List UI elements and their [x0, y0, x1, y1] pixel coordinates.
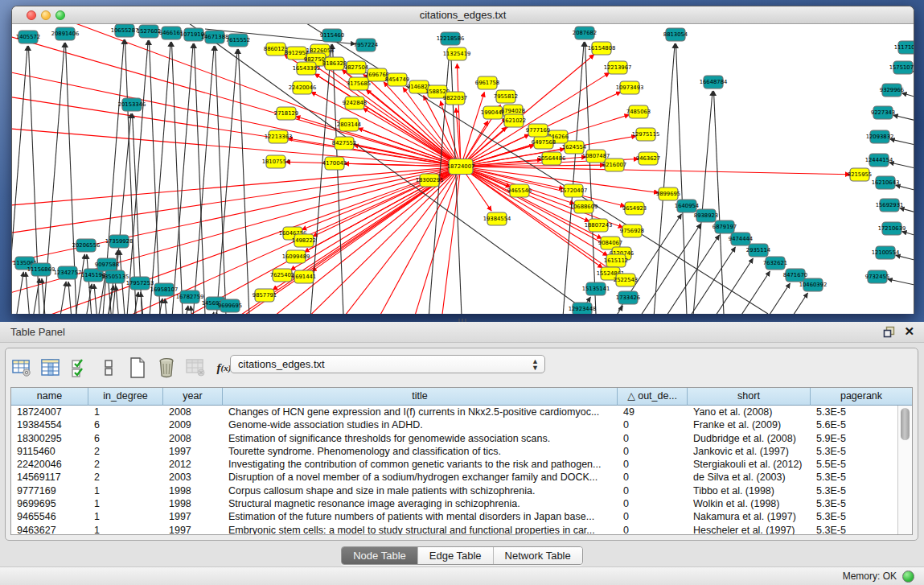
- table-row[interactable]: 2242004622012Investigating the contribut…: [11, 458, 898, 471]
- graph-node[interactable]: 8938923: [694, 209, 718, 222]
- graph-node[interactable]: 16648784: [700, 76, 728, 89]
- graph-node[interactable]: 18300295: [416, 174, 444, 187]
- graph-node[interactable]: 15135141: [582, 282, 610, 295]
- table-row[interactable]: 946554611997Estimation of the future num…: [11, 510, 898, 523]
- graph-node[interactable]: 16154808: [588, 42, 616, 55]
- float-panel-icon[interactable]: [883, 326, 895, 338]
- graph-node[interactable]: 12213967: [604, 61, 632, 74]
- graph-node[interactable]: 2935114: [746, 244, 770, 257]
- graph-node[interactable]: 12444154: [865, 154, 893, 167]
- graph-node[interactable]: 12923448: [569, 303, 597, 314]
- graph-node[interactable]: 1640954: [675, 200, 699, 212]
- graph-node[interactable]: 16958107: [150, 283, 179, 296]
- graph-node[interactable]: 11156869: [27, 263, 55, 276]
- column-header-short[interactable]: short: [688, 388, 811, 406]
- show-columns-icon[interactable]: [39, 357, 61, 379]
- graph-node[interactable]: 16782759: [176, 290, 204, 303]
- graph-node[interactable]: 9699695: [218, 299, 242, 312]
- graph-node[interactable]: 12975115: [632, 128, 660, 141]
- graph-node[interactable]: 17210639: [878, 222, 906, 235]
- graph-node[interactable]: 9474444: [729, 233, 753, 245]
- graph-node[interactable]: 12100554: [872, 246, 900, 259]
- table-row[interactable]: 969969511998Structural magnetic resonanc…: [11, 497, 898, 510]
- table-row[interactable]: 1872400712008Changes of HCN gene express…: [11, 406, 898, 418]
- graph-node[interactable]: 9097588: [95, 258, 119, 271]
- close-panel-icon[interactable]: ✕: [904, 324, 914, 339]
- graph-node[interactable]: 8186328: [322, 57, 347, 70]
- graph-node[interactable]: 9227343: [871, 106, 895, 119]
- select-columns-icon[interactable]: [68, 357, 90, 379]
- table-scrollbar[interactable]: [897, 406, 912, 534]
- graph-node[interactable]: 2522543: [614, 274, 638, 286]
- graph-node[interactable]: 6879197: [713, 220, 737, 233]
- graph-node[interactable]: 17359928: [105, 235, 133, 248]
- graph-node[interactable]: 19384554: [483, 212, 511, 225]
- graph-node[interactable]: 1615112: [604, 254, 628, 267]
- graph-node[interactable]: 1691441: [292, 270, 316, 283]
- column-header-name[interactable]: name: [11, 388, 88, 406]
- table-row[interactable]: 911546021997Tourette syndrome. Phenomeno…: [11, 445, 898, 458]
- graph-node[interactable]: 15751074: [889, 61, 914, 74]
- graph-node[interactable]: 9777169: [526, 124, 550, 137]
- graph-node[interactable]: 9822037: [443, 92, 467, 105]
- graph-node[interactable]: 9115460: [320, 29, 344, 42]
- graph-node[interactable]: 3175685: [347, 77, 371, 90]
- graph-node[interactable]: 6497568: [532, 136, 556, 149]
- graph-node[interactable]: 7485063: [626, 105, 651, 118]
- graph-node[interactable]: 11171017: [894, 41, 914, 54]
- graph-node[interactable]: 12093832: [866, 130, 894, 143]
- tab-node-table[interactable]: Node Table: [342, 547, 418, 564]
- graph-node[interactable]: 1405572: [16, 31, 40, 43]
- graph-node[interactable]: 9857791: [253, 289, 277, 302]
- column-header-out-de-[interactable]: △ out_de...: [618, 388, 688, 406]
- graph-node[interactable]: 18724007: [447, 159, 475, 175]
- graph-node[interactable]: 10688609: [570, 200, 598, 213]
- tab-network-table[interactable]: Network Table: [494, 547, 582, 564]
- import-table-icon[interactable]: [184, 357, 206, 379]
- graph-node[interactable]: 1621022: [502, 114, 526, 127]
- graph-node[interactable]: 8427552: [332, 137, 356, 150]
- table-row[interactable]: 977716911998Corpus callosum shape and si…: [11, 484, 898, 497]
- graph-node[interactable]: 8813054: [663, 28, 688, 41]
- graph-node[interactable]: 7955812: [494, 90, 518, 103]
- graph-node[interactable]: 7632621: [763, 257, 787, 270]
- network-view[interactable]: 1872400788601238912954182260589827509165…: [12, 24, 914, 314]
- graph-node[interactable]: 6216007: [602, 159, 626, 171]
- column-header-in-degree[interactable]: in_degree: [88, 388, 163, 406]
- graph-node[interactable]: 7625402: [270, 269, 294, 282]
- column-header-year[interactable]: year: [163, 388, 223, 406]
- row-height-icon[interactable]: [97, 357, 119, 379]
- graph-node[interactable]: 9756928: [620, 225, 644, 237]
- window-titlebar[interactable]: citations_edges.txt: [12, 6, 914, 24]
- graph-node[interactable]: 20153346: [118, 98, 146, 111]
- graph-node[interactable]: 2087682: [573, 27, 597, 39]
- column-header-pagerank[interactable]: pagerank: [811, 388, 912, 406]
- graph-node[interactable]: 4170043: [322, 157, 347, 170]
- graph-node[interactable]: 1733426: [616, 291, 640, 304]
- graph-node[interactable]: 9242848: [343, 97, 367, 109]
- graph-node[interactable]: 1498222: [292, 234, 316, 247]
- graph-node[interactable]: 22420046: [289, 81, 317, 94]
- graph-node[interactable]: 20891406: [51, 27, 80, 40]
- graph-node[interactable]: 9899695: [656, 187, 680, 200]
- graph-node[interactable]: 9329966: [880, 84, 904, 97]
- graph-node[interactable]: 16543392: [293, 62, 321, 75]
- graph-node[interactable]: 7615552: [226, 34, 250, 47]
- graph-node[interactable]: 12218586: [437, 32, 465, 45]
- table-row[interactable]: 1830029562008Estimation of significance …: [11, 432, 898, 445]
- table-row[interactable]: 946362711997Embryonic stem cells: a mode…: [11, 524, 898, 534]
- table-settings-icon[interactable]: [10, 357, 32, 379]
- graph-node[interactable]: 18807243: [585, 219, 613, 232]
- graph-node[interactable]: 1527602: [137, 25, 161, 38]
- graph-node[interactable]: 20206556: [72, 239, 101, 252]
- graph-node[interactable]: 16210643: [872, 176, 900, 189]
- graph-node[interactable]: 20564486: [538, 152, 566, 165]
- graph-node[interactable]: 2803144: [337, 118, 361, 131]
- graph-node[interactable]: 11325419: [443, 47, 471, 60]
- graph-node[interactable]: 10460392: [799, 278, 827, 291]
- graph-node[interactable]: 10655287: [111, 24, 139, 37]
- graph-node[interactable]: 10973493: [616, 81, 644, 94]
- graph-node[interactable]: 14671388: [201, 31, 229, 43]
- column-header-title[interactable]: title: [223, 388, 618, 406]
- graph-node[interactable]: 18107554: [262, 155, 290, 168]
